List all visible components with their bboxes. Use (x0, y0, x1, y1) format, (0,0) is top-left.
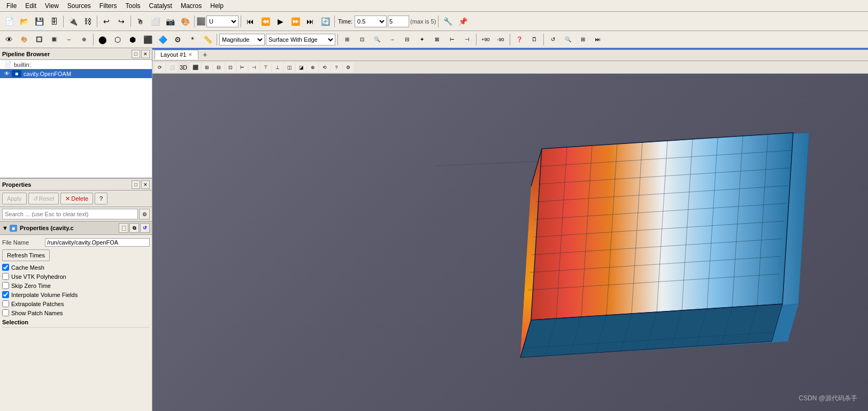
section-clone-button[interactable]: ⧉ (129, 223, 139, 233)
new-button[interactable]: 📄 (2, 14, 16, 28)
color-palette-button[interactable]: 🎨 (17, 33, 31, 47)
menu-view[interactable]: View (41, 1, 63, 11)
refresh-times-button[interactable]: Refresh Times (2, 249, 50, 261)
next-view-button[interactable]: ⏭ (591, 33, 605, 47)
section-copy-button[interactable]: 📋 (119, 223, 128, 233)
tab-close-icon[interactable]: ✕ (188, 52, 193, 57)
vp-btn12[interactable]: ⊕ (308, 63, 318, 72)
center-button[interactable]: ⊕ (77, 33, 91, 47)
save-state-button[interactable]: 🗄 (47, 14, 61, 28)
loop-button[interactable]: 🔄 (318, 14, 332, 28)
menu-edit[interactable]: Edit (21, 1, 41, 11)
undo-button[interactable]: ↩ (99, 14, 113, 28)
pipeline-minimize-button[interactable]: □ (132, 50, 140, 58)
play-button[interactable]: ▶ (273, 14, 287, 28)
pipeline-close-button[interactable]: ✕ (141, 50, 150, 58)
first-frame-button[interactable]: ⏮ (243, 14, 257, 28)
vp-btn4[interactable]: ⊟ (213, 63, 224, 72)
orientation-arrows[interactable]: ↔ (62, 33, 76, 47)
vp-toggle[interactable]: ⬜ (166, 63, 177, 72)
vp-btn5[interactable]: ⊡ (225, 63, 236, 72)
redo-button[interactable]: ↪ (114, 14, 128, 28)
props-search-settings-button[interactable]: ⚙ (139, 209, 150, 219)
save-button[interactable]: 💾 (32, 14, 46, 28)
select-extra1[interactable]: ⊢ (445, 33, 459, 47)
apply-button[interactable]: Apply (2, 193, 27, 204)
interact-button[interactable]: 🖱 (133, 14, 147, 28)
disconnect-button[interactable]: ⛓ (81, 14, 95, 28)
help-button[interactable]: ? (95, 193, 107, 204)
select-arrow-button[interactable]: → (385, 33, 399, 47)
magnitude-select[interactable]: Magnitude (219, 34, 265, 45)
rep-icon1[interactable]: ⬤ (96, 33, 110, 47)
delete-button[interactable]: ✕ Delete (60, 193, 93, 204)
vp-btn15[interactable]: ⚙ (343, 63, 354, 72)
select-extra2[interactable]: ⊣ (460, 33, 474, 47)
select-button[interactable]: ⬜ (148, 14, 162, 28)
select-cells-button[interactable]: ⊞ (340, 33, 354, 47)
vp-btn14[interactable]: ? (331, 63, 342, 72)
camera-button[interactable]: 📷 (163, 14, 177, 28)
props-search-input[interactable] (2, 209, 138, 219)
vp-btn6[interactable]: ⊢ (237, 63, 248, 72)
open-button[interactable]: 📂 (17, 14, 31, 28)
surface-select[interactable]: Surface With Edge (266, 34, 335, 45)
vp-btn3[interactable]: ⊞ (202, 63, 212, 72)
connect-button[interactable]: 🔌 (66, 14, 80, 28)
select-block-button[interactable]: ⊟ (400, 33, 414, 47)
rep-icon7[interactable]: * (186, 33, 199, 47)
viewport-canvas[interactable]: CSDN @源代码杀手 (152, 74, 868, 411)
show-patch-checkbox[interactable] (2, 309, 9, 316)
vp-btn10[interactable]: ◫ (284, 63, 295, 72)
interpolate-checkbox[interactable] (2, 291, 9, 298)
reset-button[interactable]: ↺ Reset (28, 193, 59, 204)
select-points-button[interactable]: ⊡ (355, 33, 369, 47)
properties-minimize-button[interactable]: □ (132, 180, 140, 189)
zoom-button[interactable]: 🔍 (370, 33, 384, 47)
menu-help[interactable]: Help (206, 1, 228, 11)
vp-btn7[interactable]: ⊣ (249, 63, 259, 72)
vp-btn13[interactable]: ⟲ (319, 63, 330, 72)
menu-file[interactable]: File (2, 1, 21, 11)
last-frame-button[interactable]: ⏭ (303, 14, 317, 28)
rotation-pos90[interactable]: +90 (479, 33, 493, 47)
query-button[interactable]: ❓ (512, 33, 526, 47)
rep-icon6[interactable]: ⚙ (171, 33, 185, 47)
select-3d-button[interactable]: ⊠ (430, 33, 444, 47)
vp-camera-orient[interactable]: ⟳ (155, 63, 165, 72)
tab-add-button[interactable]: + (199, 50, 210, 59)
edit-colormap-button[interactable]: 🗒 (527, 33, 541, 47)
menu-tools[interactable]: Tools (121, 1, 145, 11)
ruler-button[interactable]: 📏 (201, 33, 214, 47)
vp-btn9[interactable]: ⊥ (272, 63, 283, 72)
menu-macros[interactable]: Macros (176, 1, 206, 11)
rotation-neg90[interactable]: -90 (494, 33, 508, 47)
vtk-polyhedron-checkbox[interactable] (2, 273, 9, 280)
eye-button[interactable]: 👁 (2, 33, 16, 47)
prev-frame-button[interactable]: ⏪ (258, 14, 272, 28)
camera-link-button[interactable]: 📌 (456, 14, 470, 28)
orientation-y[interactable]: 🔳 (47, 33, 61, 47)
vp-btn11[interactable]: ◪ (296, 63, 306, 72)
zoom-selection-button[interactable]: 🔍 (561, 33, 575, 47)
reset-camera-button[interactable]: ↺ (546, 33, 560, 47)
rep-icon5[interactable]: 🔷 (156, 33, 170, 47)
menu-filters[interactable]: Filters (95, 1, 121, 11)
color-button[interactable]: 🎨 (178, 14, 192, 28)
viewport[interactable]: Layout #1 ✕ + ⟳ ⬜ 3D ⬛ ⊞ ⊟ ⊡ ⊢ ⊣ ⊤ ⊥ ◫ ◪… (152, 48, 868, 411)
orientation-x[interactable]: 🔲 (32, 33, 46, 47)
time-select[interactable]: 0.5 (355, 16, 387, 27)
properties-close-button[interactable]: ✕ (141, 180, 150, 189)
menu-catalyst[interactable]: Catalyst (145, 1, 176, 11)
rep-icon4[interactable]: ⬛ (141, 33, 155, 47)
skip-zero-checkbox[interactable] (2, 282, 9, 289)
select-poly-button[interactable]: ✦ (415, 33, 429, 47)
rep-icon3[interactable]: ⬢ (126, 33, 140, 47)
settings-button[interactable]: 🔧 (441, 14, 455, 28)
frame-input[interactable] (388, 16, 409, 27)
zoom-to-data-button[interactable]: ⊞ (576, 33, 590, 47)
variable-select[interactable]: U (206, 16, 239, 27)
cache-mesh-checkbox[interactable] (2, 264, 9, 271)
extrapolate-checkbox[interactable] (2, 300, 9, 307)
pipeline-item-cavity[interactable]: 👁 ■ cavity.OpenFOAM (0, 69, 152, 78)
